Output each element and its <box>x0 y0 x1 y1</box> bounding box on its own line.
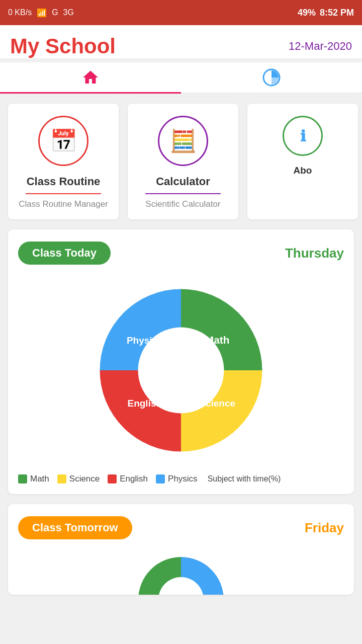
physics-dot <box>156 474 165 484</box>
class-tomorrow-badge: Class Tomorrow <box>18 516 132 539</box>
math-label: Math <box>30 474 49 484</box>
signal-g: G <box>52 8 58 17</box>
legend-physics: Physics <box>156 474 198 484</box>
svg-text:Science: Science <box>199 398 235 409</box>
math-dot <box>18 474 27 484</box>
calculator-icon-circle: 🧮 <box>158 116 208 166</box>
time: 8:52 PM <box>320 8 354 18</box>
class-routine-title: Class Routine <box>27 175 101 188</box>
about-icon: ℹ <box>300 127 306 145</box>
signal-icon: 📶 <box>37 8 47 18</box>
class-tomorrow-header: Class Tomorrow Friday <box>18 516 344 539</box>
status-right: 49% 8:52 PM <box>298 8 354 18</box>
class-today-badge: Class Today <box>18 242 111 265</box>
donut-chart-container: Math Science English Physics <box>18 275 344 466</box>
svg-text:Math: Math <box>205 334 230 346</box>
svg-text:English: English <box>127 398 162 409</box>
legend: Math Science English Physics Subject wit… <box>18 474 344 484</box>
svg-text:Physics: Physics <box>127 335 163 346</box>
calculator-divider <box>145 193 221 194</box>
tabs <box>0 62 362 94</box>
status-bar: 0 KB/s 📶 G 3G 49% 8:52 PM <box>0 0 362 25</box>
science-dot <box>57 474 66 484</box>
card-class-routine[interactable]: 📅 Class Routine Class Routine Manager <box>8 104 119 219</box>
legend-math: Math <box>18 474 49 484</box>
chart-icon <box>262 68 281 87</box>
tab-chart[interactable] <box>181 62 362 93</box>
class-routine-icon-circle: 📅 <box>38 116 88 166</box>
class-routine-divider <box>26 193 101 194</box>
english-label: English <box>120 474 148 484</box>
tab-home[interactable] <box>0 62 181 93</box>
data-speed: 0 KB/s <box>8 8 32 17</box>
legend-note: Subject with time(%) <box>208 474 281 484</box>
class-tomorrow-section: Class Tomorrow Friday <box>8 504 354 595</box>
class-routine-subtitle: Class Routine Manager <box>19 199 108 209</box>
science-label: Science <box>69 474 100 484</box>
card-calculator[interactable]: 🧮 Calculator Scientific Calculator <box>128 104 238 219</box>
class-tomorrow-day: Friday <box>305 520 344 536</box>
calculator-subtitle: Scientific Calculator <box>145 199 220 209</box>
legend-english: English <box>108 474 148 484</box>
english-dot <box>108 474 117 484</box>
class-today-section: Class Today Thursday Math Science Englis… <box>8 229 354 494</box>
home-icon <box>81 68 100 87</box>
battery-percent: 49% <box>298 8 316 18</box>
legend-science: Science <box>57 474 100 484</box>
class-today-header: Class Today Thursday <box>18 242 344 265</box>
card-about[interactable]: ℹ Abo <box>247 104 358 219</box>
class-routine-icon: 📅 <box>50 128 77 154</box>
donut-chart: Math Science English Physics <box>85 275 277 466</box>
calculator-title: Calculator <box>156 175 210 188</box>
signal-3g: 3G <box>63 8 74 17</box>
class-today-day: Thursday <box>285 246 344 261</box>
header-date: 12-Mar-2020 <box>289 40 352 53</box>
status-left: 0 KB/s 📶 G 3G <box>8 8 74 18</box>
about-title: Abo <box>294 165 312 176</box>
tomorrow-chart <box>18 549 344 595</box>
tomorrow-donut-partial <box>106 549 256 595</box>
calculator-icon: 🧮 <box>169 128 197 154</box>
header: My School 12-Mar-2020 <box>0 25 362 58</box>
about-icon-circle: ℹ <box>283 116 323 156</box>
physics-label: Physics <box>168 474 198 484</box>
app-title: My School <box>10 34 116 58</box>
cards-row: 📅 Class Routine Class Routine Manager 🧮 … <box>0 94 362 229</box>
